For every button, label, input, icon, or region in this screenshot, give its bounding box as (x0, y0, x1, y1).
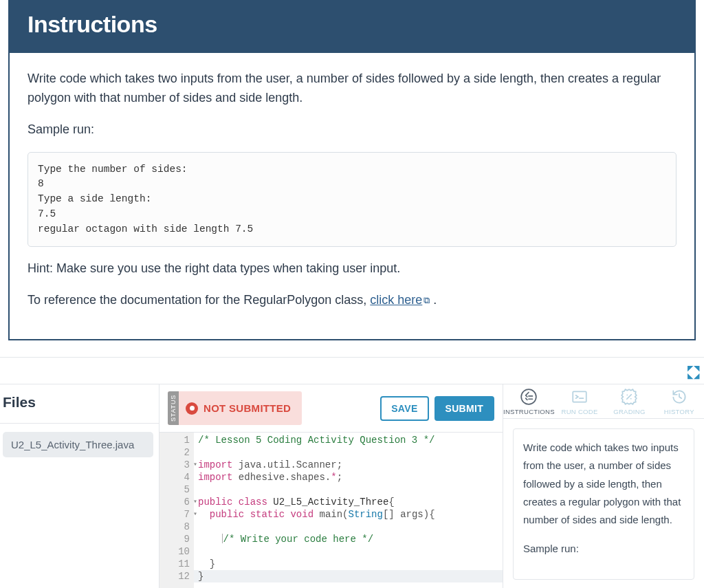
external-link-icon: ⧉ (424, 294, 430, 307)
fullscreen-icon[interactable]: ◤ ◥◣ ◢ (688, 364, 698, 380)
file-item[interactable]: U2_L5_Activity_Three.java (3, 432, 153, 457)
code-lines[interactable]: /* Lesson 5 Coding Activity Question 3 *… (194, 433, 503, 588)
code-editor[interactable]: 123456789101112 /* Lesson 5 Coding Activ… (160, 433, 503, 588)
status-text: NOT SUBMITTED (204, 395, 302, 421)
tab-run-code[interactable]: RUN CODE (555, 384, 604, 418)
reference-suffix: . (430, 293, 437, 307)
editor-actions: SAVE SUBMIT (380, 396, 494, 421)
files-title: Files (0, 384, 159, 424)
tab-history[interactable]: HISTORY (654, 384, 704, 418)
fullscreen-row: ◤ ◥◣ ◢ (0, 358, 704, 384)
line-number-gutter: 123456789101112 (160, 433, 194, 588)
documentation-link[interactable]: click here (370, 293, 422, 307)
checklist-icon (503, 389, 555, 405)
hint-text: Hint: Make sure you use the right data t… (28, 259, 676, 279)
instructions-title: Instructions (28, 11, 676, 38)
right-sample-label: Sample run: (523, 540, 684, 558)
tab-grading[interactable]: GRADING (604, 384, 654, 418)
sample-run-box: Type the number of sides: 8 Type a side … (28, 152, 676, 248)
instructions-body: Write code which takes two inputs from t… (10, 53, 694, 339)
svg-rect-1 (573, 392, 586, 402)
right-paragraph: Write code which takes two inputs from t… (523, 439, 684, 529)
editor-toolbar: STATUS NOT SUBMITTED SAVE SUBMIT (160, 384, 503, 433)
save-button[interactable]: SAVE (380, 396, 428, 421)
reference-line: To reference the documentation for the R… (28, 291, 676, 310)
status-badge: STATUS NOT SUBMITTED (168, 391, 302, 425)
reference-prefix: To reference the documentation for the R… (28, 293, 370, 307)
right-tabs: INSTRUCTIONS RUN CODE GRADING HISTORY (503, 384, 704, 419)
percent-badge-icon (604, 389, 654, 405)
terminal-icon (555, 389, 604, 405)
sample-run-label: Sample run: (28, 120, 676, 140)
history-icon (654, 389, 704, 405)
instructions-card: Instructions Write code which takes two … (8, 0, 696, 340)
tab-instructions[interactable]: INSTRUCTIONS (503, 384, 555, 418)
files-pane: Files U2_L5_Activity_Three.java (0, 384, 160, 588)
submit-button[interactable]: SUBMIT (434, 396, 494, 421)
right-body: Write code which takes two inputs from t… (503, 419, 704, 588)
right-instructions-box: Write code which takes two inputs from t… (513, 428, 694, 580)
status-label: STATUS (168, 391, 179, 425)
instructions-paragraph: Write code which takes two inputs from t… (28, 69, 676, 108)
status-circle-icon (186, 402, 198, 415)
svg-point-0 (522, 389, 537, 404)
right-pane: INSTRUCTIONS RUN CODE GRADING HISTORY (503, 384, 704, 588)
workspace: Files U2_L5_Activity_Three.java STATUS N… (0, 384, 704, 588)
instructions-header: Instructions (10, 1, 694, 53)
editor-pane: STATUS NOT SUBMITTED SAVE SUBMIT 1234567… (160, 384, 503, 588)
